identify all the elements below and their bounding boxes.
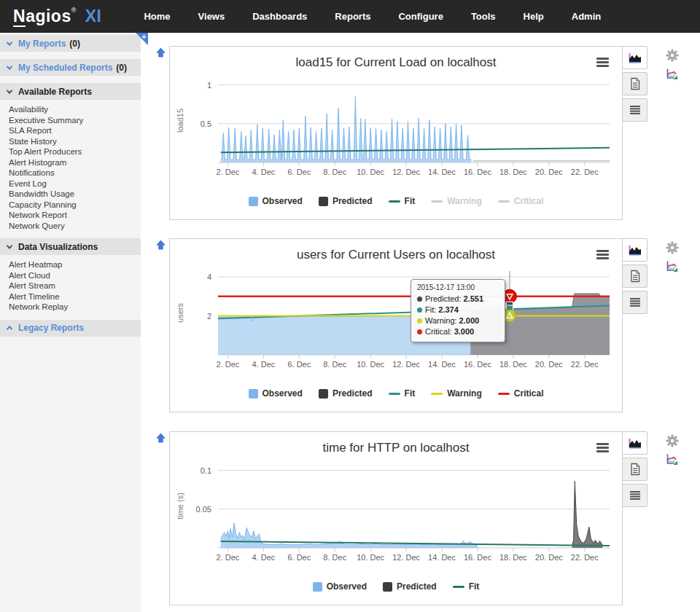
legend-swatch (249, 389, 258, 399)
legend-item-observed[interactable]: Observed (249, 388, 303, 399)
collapse-up-arrow-icon[interactable] (155, 47, 167, 59)
sidebar-item-list: Alert HeatmapAlert CloudAlert StreamAler… (0, 259, 141, 313)
sidebar-expand-plus-icon[interactable]: + (136, 33, 148, 45)
chevron-up-icon (7, 326, 12, 332)
x-tick-label: 6. Dec (287, 360, 311, 369)
legend-item-warning[interactable]: Warning (431, 196, 482, 206)
export-graph-icon[interactable] (666, 453, 678, 466)
chart-canvas[interactable]: 0.51load152. Dec4. Dec6. Dec8. Dec10. De… (171, 71, 621, 185)
chevron-down-icon (7, 63, 12, 69)
sidebar-item-alert-stream[interactable]: Alert Stream (0, 280, 141, 291)
legend-label: Predicted (332, 196, 373, 206)
legend-label: Warning (447, 196, 482, 206)
sidebar-item-capacity-planning[interactable]: Capacity Planning (0, 200, 141, 211)
tab-chart-view[interactable] (622, 46, 648, 69)
collapse-up-arrow-icon[interactable] (155, 240, 167, 251)
legend-item-predicted[interactable]: Predicted (383, 581, 437, 592)
x-tick-label: 18. Dec (499, 360, 527, 369)
legend-item-critical[interactable]: Critical (498, 388, 544, 399)
chart-context-menu-icon[interactable] (596, 443, 609, 454)
sidebar-item-notifications[interactable]: Notifications (0, 168, 141, 178)
sidebar-section-count: (0) (69, 39, 80, 49)
sidebar-section-label: Available Reports (18, 87, 92, 97)
legend-item-observed[interactable]: Observed (249, 196, 303, 206)
legend-item-fit[interactable]: Fit (453, 581, 480, 592)
chart-canvas[interactable]: 0.050.1time (s)2. Dec4. Dec6. Dec8. Dec1… (171, 457, 621, 570)
sidebar-item-network-replay[interactable]: Network Replay (0, 302, 141, 313)
settings-gear-icon[interactable] (666, 49, 679, 62)
x-tick-label: 2. Dec (217, 168, 240, 176)
nav-item-reports[interactable]: Reports (335, 11, 370, 22)
x-tick-label: 14. Dec (428, 168, 456, 176)
chart-context-menu-icon[interactable] (596, 250, 609, 261)
sidebar-item-alert-cloud[interactable]: Alert Cloud (0, 270, 141, 281)
data-list-icon (629, 490, 641, 501)
tab-data-view[interactable] (622, 484, 648, 507)
collapse-up-arrow-icon[interactable] (155, 433, 167, 444)
sidebar-item-network-report[interactable]: Network Report (0, 210, 141, 221)
nav-item-help[interactable]: Help (524, 11, 544, 22)
sidebar-item-availability[interactable]: Availability (0, 104, 141, 115)
sidebar-item-state-history[interactable]: State History (0, 136, 141, 147)
nagios-xi-logo[interactable]: Nagios® XI (13, 7, 101, 26)
y-tick-label: 0.1 (201, 466, 211, 475)
sidebar-item-alert-timeline[interactable]: Alert Timeline (0, 291, 141, 302)
chart-title: time for HTTP on localhost (170, 441, 622, 455)
legend-label: Observed (262, 388, 303, 399)
sidebar-section-data-visualizations[interactable]: Data Visualizations (0, 238, 141, 255)
legend-item-fit[interactable]: Fit (389, 388, 416, 399)
nav-item-views[interactable]: Views (198, 11, 225, 22)
tab-report-view[interactable] (622, 264, 648, 288)
nav-item-admin[interactable]: Admin (572, 11, 601, 22)
legend-item-predicted[interactable]: Predicted (319, 196, 373, 206)
area-chart-icon (628, 438, 642, 449)
sidebar-item-alert-heatmap[interactable]: Alert Heatmap (0, 259, 141, 270)
sidebar-item-top-alert-producers[interactable]: Top Alert Producers (0, 146, 141, 157)
x-tick-label: 20. Dec (535, 553, 563, 562)
y-tick-label: 0.5 (201, 119, 211, 128)
tab-data-view[interactable] (622, 98, 648, 122)
y-tick-label: 4 (207, 272, 211, 281)
legend-item-fit[interactable]: Fit (389, 196, 416, 206)
legend-label: Fit (405, 388, 416, 399)
tab-chart-view[interactable] (622, 431, 648, 455)
chart-canvas[interactable]: 24users2. Dec4. Dec6. Dec8. Dec10. Dec12… (171, 264, 621, 377)
sidebar-item-executive-summary[interactable]: Executive Summary (0, 115, 141, 126)
y-axis-title: users (176, 303, 184, 323)
legend-swatch (431, 200, 443, 203)
export-graph-icon[interactable] (666, 260, 678, 272)
sidebar-item-bandwidth-usage[interactable]: Bandwidth Usage (0, 189, 141, 200)
legend-item-warning[interactable]: Warning (431, 388, 482, 399)
sidebar-section-my-reports[interactable]: My Reports(0) (0, 35, 141, 52)
tab-report-view[interactable] (622, 72, 648, 95)
nav-item-tools[interactable]: Tools (471, 11, 496, 22)
x-tick-label: 10. Dec (357, 168, 384, 176)
sidebar-section-available-reports[interactable]: Available Reports (0, 83, 141, 100)
y-tick-label: 0.05 (196, 505, 211, 514)
nav-item-home[interactable]: Home (144, 11, 170, 22)
settings-gear-icon[interactable] (666, 241, 679, 254)
chevron-down-icon (7, 243, 12, 248)
x-tick-label: 6. Dec (287, 168, 311, 176)
sidebar-item-network-query[interactable]: Network Query (0, 221, 141, 232)
legend-item-critical[interactable]: Critical (498, 196, 544, 206)
tab-report-view[interactable] (622, 458, 648, 481)
nav-item-dashboards[interactable]: Dashboards (252, 11, 307, 22)
tab-chart-view[interactable] (622, 238, 648, 262)
chart-context-menu-icon[interactable] (596, 58, 609, 68)
sidebar-section-legacy-reports[interactable]: Legacy Reports (0, 320, 141, 337)
sidebar-item-alert-histogram[interactable]: Alert Histogram (0, 157, 141, 168)
settings-gear-icon[interactable] (666, 434, 679, 447)
area-chart-icon (628, 52, 642, 63)
sidebar-item-sla-report[interactable]: SLA Report (0, 125, 141, 136)
sidebar-item-event-log[interactable]: Event Log (0, 178, 141, 189)
legend-item-predicted[interactable]: Predicted (319, 388, 373, 399)
legend-item-observed[interactable]: Observed (313, 581, 367, 592)
sidebar-section-my-scheduled-reports[interactable]: My Scheduled Reports(0) (0, 59, 141, 76)
tab-data-view[interactable] (622, 291, 648, 314)
nav-item-configure[interactable]: Configure (398, 11, 443, 22)
export-graph-icon[interactable] (666, 68, 678, 80)
chevron-down-icon (7, 87, 12, 93)
x-tick-label: 16. Dec (464, 168, 491, 176)
x-tick-label: 12. Dec (392, 360, 420, 369)
